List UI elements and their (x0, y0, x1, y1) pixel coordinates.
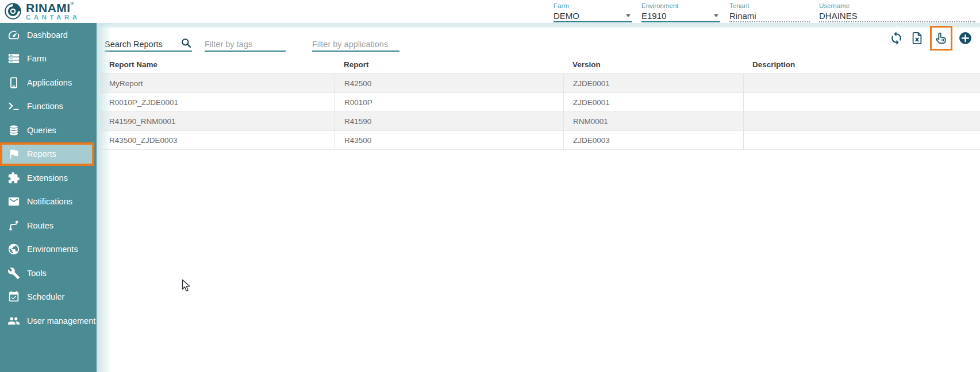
tags-input[interactable] (205, 40, 286, 49)
sidebar-item-extensions[interactable]: Extensions (0, 166, 97, 190)
cell-version[interactable]: RNM0001 (563, 112, 743, 131)
add-report-button[interactable] (958, 30, 973, 46)
cell-description[interactable] (743, 74, 980, 93)
database-icon (7, 124, 20, 137)
reports-table: Report Name Report Version Description M… (100, 52, 980, 150)
applications-input[interactable] (312, 40, 399, 49)
sidebar-item-label: Farm (27, 54, 47, 63)
sidebar-item-label: Extensions (27, 173, 68, 183)
sidebar-item-environments[interactable]: Environments (0, 238, 97, 262)
flag-icon (7, 148, 20, 160)
sidebar-item-queries[interactable]: Queries (0, 118, 97, 142)
pointer-tool-button[interactable] (930, 26, 952, 51)
table-row[interactable]: R0010P_ZJDE0001 R0010P ZJDE0001 (100, 93, 980, 112)
cell-description[interactable] (743, 131, 980, 150)
sidebar-item-label: Routes (27, 221, 53, 230)
cell-report-name[interactable]: R41590_RNM0001 (100, 112, 335, 131)
sidebar-item-farm[interactable]: Farm (0, 47, 97, 71)
column-header-report[interactable]: Report (335, 57, 563, 69)
cell-version[interactable]: ZJDE0003 (563, 131, 743, 150)
registered-mark: ® (71, 1, 74, 6)
sidebar-item-label: User management (27, 316, 95, 326)
username-label: Username (819, 2, 975, 9)
tenant-value: Rinami (729, 11, 756, 21)
sidebar-item-label: Scheduler (27, 292, 64, 301)
cell-description[interactable] (743, 112, 980, 131)
sidebar-item-functions[interactable]: Functions (0, 95, 97, 119)
sidebar-item-tools[interactable]: Tools (0, 261, 97, 285)
cell-report-name[interactable]: R43500_ZJDE0003 (100, 131, 335, 150)
sidebar-item-label: Environments (27, 245, 78, 254)
excel-file-icon (910, 31, 924, 45)
users-icon (7, 315, 20, 327)
table-row[interactable]: R43500_ZJDE0003 R43500 ZJDE0003 (100, 131, 980, 150)
calendar-check-icon (7, 290, 20, 303)
filter-toolbar (97, 28, 980, 52)
chevron-down-icon (714, 14, 718, 17)
environment-value: E1910 (641, 11, 666, 21)
refresh-button[interactable] (889, 30, 904, 46)
farm-select[interactable]: Farm DEMO (554, 2, 632, 22)
content-top-band (97, 23, 980, 28)
cell-version[interactable]: ZJDE0001 (563, 74, 743, 93)
column-header-version[interactable]: Version (563, 57, 743, 69)
globe-icon (7, 243, 20, 255)
session-fields: Farm DEMO Environment E1910 Tenant Rinam… (554, 2, 975, 22)
tenant-field[interactable]: Tenant Rinami (729, 2, 810, 22)
sidebar-item-label: Queries (27, 126, 56, 135)
cell-report[interactable]: R42500 (335, 74, 563, 93)
terminal-icon (7, 100, 20, 113)
main-content: Report Name Report Version Description M… (97, 23, 980, 372)
cell-report[interactable]: R43500 (335, 131, 563, 150)
search-icon[interactable] (180, 37, 192, 49)
sidebar-item-label: Tools (27, 269, 47, 278)
column-header-description[interactable]: Description (743, 57, 980, 69)
sidebar-item-label: Functions (27, 102, 63, 111)
filter-tags-input[interactable] (205, 33, 286, 52)
sidebar-item-dashboard[interactable]: Dashboard (0, 23, 97, 47)
search-input[interactable] (105, 40, 179, 49)
sidebar-item-reports[interactable]: Reports (0, 142, 94, 166)
cell-report[interactable]: R0010P (335, 93, 563, 112)
sidebar-item-scheduler[interactable]: Scheduler (0, 285, 97, 309)
environment-select[interactable]: Environment E1910 (641, 2, 720, 22)
cell-report-name[interactable]: MyReport (100, 74, 335, 93)
cell-report[interactable]: R41590 (335, 112, 563, 131)
hand-pointer-icon (934, 30, 948, 45)
brand-logo[interactable]: RINAMI® CANTARA (3, 2, 80, 21)
table-header-row: Report Name Report Version Description (100, 52, 980, 74)
sidebar-item-applications[interactable]: Applications (0, 71, 97, 95)
sidebar-item-notifications[interactable]: Notifications (0, 190, 97, 214)
refresh-icon (889, 31, 904, 45)
cell-description[interactable] (743, 93, 980, 112)
toolbar-actions (889, 26, 973, 52)
table-body: MyReport R42500 ZJDE0001 R0010P_ZJDE0001… (100, 74, 980, 150)
filter-applications-input[interactable] (312, 33, 399, 52)
search-reports-input[interactable] (105, 33, 192, 52)
sidebar-item-label: Notifications (27, 197, 72, 206)
sidebar-item-user-management[interactable]: User management (0, 309, 97, 333)
tenant-label: Tenant (729, 2, 810, 9)
route-icon (7, 219, 20, 232)
farm-value: DEMO (554, 11, 579, 21)
username-value: DHAINES (819, 11, 858, 21)
export-excel-button[interactable] (909, 30, 925, 46)
sidebar-item-label: Dashboard (27, 30, 68, 40)
username-field[interactable]: Username DHAINES (819, 2, 975, 22)
brand-name: RINAMI (26, 1, 71, 14)
table-row[interactable]: R41590_RNM0001 R41590 RNM0001 (100, 112, 980, 131)
dashboard-icon (7, 29, 20, 41)
mobile-icon (7, 76, 20, 89)
sidebar-item-label: Reports (27, 149, 56, 158)
table-row[interactable]: MyReport R42500 ZJDE0001 (100, 74, 980, 93)
cell-report-name[interactable]: R0010P_ZJDE0001 (100, 93, 335, 112)
sidebar-item-routes[interactable]: Routes (0, 214, 97, 238)
top-header: RINAMI® CANTARA Farm DEMO Environment E1… (0, 0, 980, 23)
cell-version[interactable]: ZJDE0001 (563, 93, 743, 112)
wrench-icon (7, 267, 20, 280)
column-header-report-name[interactable]: Report Name (100, 57, 335, 69)
chevron-down-icon (626, 14, 631, 17)
server-icon (7, 52, 20, 65)
brand-tagline: CANTARA (26, 14, 80, 21)
rinami-logo-icon (3, 2, 22, 21)
